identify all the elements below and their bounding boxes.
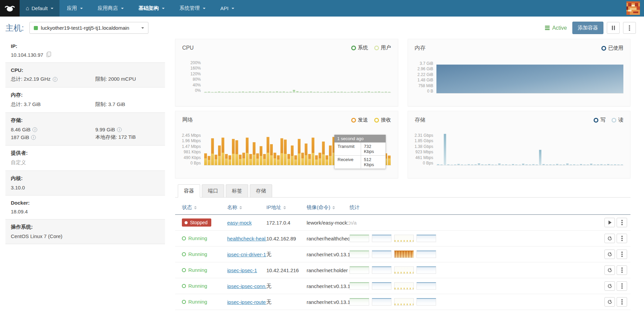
restart-container-button[interactable]	[604, 281, 615, 291]
start-container-button[interactable]	[604, 218, 615, 227]
restart-container-button[interactable]	[604, 297, 615, 307]
copy-icon[interactable]	[46, 53, 50, 57]
legend-item-已使用[interactable]: 已使用	[601, 45, 623, 51]
nav-item-default[interactable]: ⌂Default	[20, 0, 59, 17]
info-value-text: 18.09.4	[11, 209, 28, 214]
row-actions	[595, 281, 627, 291]
legend-item-系统[interactable]: 系统	[351, 45, 368, 51]
axis-tick-label: 923 Mbps	[415, 150, 433, 154]
row-menu-button[interactable]	[617, 218, 627, 227]
info-section-docker: Docker:18.09.4	[5, 196, 165, 219]
info-value-text: 限制: 2000 mCPU	[95, 76, 136, 82]
info-icon[interactable]: i	[32, 127, 37, 132]
restart-container-button[interactable]	[604, 265, 615, 275]
container-image: rancher/net:v0.13.17	[307, 252, 350, 257]
legend-item-接收[interactable]: 接收	[374, 117, 391, 123]
axis-tick-label: 3.7 GiB	[420, 61, 433, 66]
container-stats	[350, 298, 595, 306]
top-navbar: ⌂Default应用应用商店基础架构系统管理API	[0, 0, 644, 17]
restart-icon	[607, 252, 613, 257]
info-section-kernel: 内核:3.10.0	[5, 171, 165, 196]
info-icon[interactable]: i	[31, 135, 36, 140]
column-header-1[interactable]: 名称	[227, 204, 266, 211]
nav-items: ⌂Default应用应用商店基础架构系统管理API	[20, 0, 242, 17]
legend-label: 写	[600, 117, 605, 123]
restart-container-button[interactable]	[604, 234, 615, 243]
container-name-link[interactable]: easy-mock	[227, 220, 252, 226]
info-row: 8.46 GiBi9.99 GiBi	[11, 127, 160, 132]
pause-host-button[interactable]	[607, 22, 620, 34]
host-menu-button[interactable]	[623, 22, 636, 34]
row-menu-button[interactable]	[617, 234, 627, 243]
container-name-link[interactable]: ipsec-cni-driver-1	[227, 252, 266, 257]
legend-item-写[interactable]: 写	[594, 117, 605, 123]
info-icon[interactable]: i	[117, 127, 122, 132]
row-actions	[595, 265, 627, 275]
nav-item-admin[interactable]: 系统管理	[172, 0, 213, 17]
nav-item-label: 系统管理	[180, 5, 200, 11]
column-header-2[interactable]: IP地址	[266, 204, 307, 211]
sparkline-blue	[372, 282, 391, 290]
info-value: 187 GiBi	[11, 134, 95, 140]
row-menu-button[interactable]	[617, 250, 627, 259]
host-selector-value: luckyother19-test1-rgtj5-tj1.localdomain	[41, 25, 138, 31]
chevron-down-icon	[203, 8, 206, 9]
legend-label: 读	[618, 117, 623, 123]
axis-tick-label: 120%	[190, 72, 201, 76]
status-ring-icon	[182, 252, 186, 256]
container-name-link[interactable]: ipsec-ipsec-route...	[227, 299, 266, 305]
axis-tick-label: 2.45 Mbps	[182, 133, 201, 138]
axis-tick-label: 80%	[193, 77, 201, 82]
nav-item-infrastructure[interactable]: 基础架构	[131, 0, 172, 17]
container-name-cell: ipsec-ipsec-route...	[227, 299, 266, 305]
sparkline-blue	[372, 235, 391, 242]
row-menu-button[interactable]	[617, 297, 627, 307]
host-selector[interactable]: luckyother19-test1-rgtj5-tj1.localdomain	[29, 22, 148, 34]
info-row: 187 GiBi本地存储: 172 TiB	[11, 134, 160, 140]
nav-item-apps[interactable]: 应用	[59, 0, 90, 17]
nav-item-api[interactable]: API	[213, 0, 242, 17]
chart-body: 3.7 GiB2.96 GiB2.22 GiB1.48 GiB758 MiB0 …	[408, 61, 630, 94]
info-value: 总计: 3.7 GiB	[11, 101, 95, 108]
chart-legend: 系统用户	[351, 45, 391, 51]
chart-tooltip: 1 second agoTransmit732 KbpsReceive512 K…	[334, 135, 386, 169]
table-row: Runningipsec-ipsec-110.42.241.216rancher…	[175, 262, 630, 278]
rancher-cow-icon	[4, 4, 16, 13]
container-name-link[interactable]: healthcheck-heal...	[227, 236, 266, 241]
tooltip-row: Receive512 Kbps	[334, 156, 386, 169]
legend-item-发送[interactable]: 发送	[351, 117, 368, 123]
container-name-link[interactable]: ipsec-ipsec-conn...	[227, 283, 266, 289]
tab-ports[interactable]: 端口	[202, 184, 224, 198]
nav-item-label: Default	[31, 5, 48, 11]
tab-storage[interactable]: 存储	[250, 184, 272, 198]
container-name-link[interactable]: ipsec-ipsec-1	[227, 267, 257, 273]
table-header: 状态名称IP地址镜像(命令)统计	[175, 198, 630, 215]
info-section-memory: 内存:总计: 3.7 GiB限制: 3.7 GiB	[5, 87, 165, 113]
status-dot	[185, 221, 188, 224]
axis-tick-label: 461 Mbps	[415, 155, 433, 160]
info-value-text: 10.104.130.97	[11, 52, 43, 58]
info-value-text: 187 GiB	[11, 134, 29, 140]
chart-head: CPU系统用户	[175, 39, 398, 51]
restart-container-button[interactable]	[604, 250, 615, 259]
info-icon[interactable]: i	[53, 77, 57, 82]
info-value-text: 3.10.0	[11, 185, 25, 190]
add-container-button[interactable]: 添加容器	[572, 22, 603, 34]
legend-item-用户[interactable]: 用户	[374, 45, 391, 51]
legend-item-读[interactable]: 读	[612, 117, 623, 123]
column-header-label: 镜像(命令)	[307, 204, 330, 211]
info-section-label: Docker:	[11, 200, 160, 206]
nav-item-catalog[interactable]: 应用商店	[90, 0, 131, 17]
tab-containers[interactable]: 容器	[178, 184, 200, 198]
row-menu-button[interactable]	[617, 281, 627, 291]
legend-label: 用户	[381, 45, 391, 51]
column-header-0[interactable]: 状态	[182, 204, 227, 211]
tab-labels[interactable]: 标签	[226, 184, 248, 198]
row-menu-button[interactable]	[617, 265, 627, 275]
column-header-3[interactable]: 镜像(命令)	[307, 204, 350, 211]
chart-body: 2.31 Gbps1.85 Gbps1.38 Gbps923 Mbps461 M…	[408, 133, 630, 165]
kebab-icon	[621, 254, 623, 255]
rancher-logo[interactable]	[0, 0, 20, 17]
info-value-text: 总计: 3.7 GiB	[11, 101, 41, 108]
user-avatar[interactable]	[626, 1, 640, 15]
